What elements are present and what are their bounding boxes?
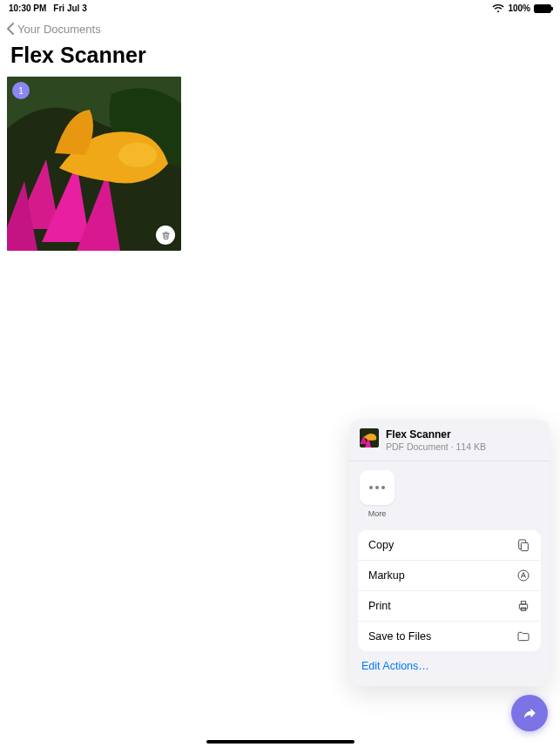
action-print[interactable]: Print <box>358 590 541 621</box>
share-doc-meta: PDF Document · 114 KB <box>386 441 486 452</box>
share-fab[interactable] <box>511 695 548 731</box>
share-icon <box>522 705 537 721</box>
markup-icon <box>516 569 530 582</box>
share-actions-list: Copy Markup Print Save to Files <box>358 530 541 651</box>
share-thumbnail <box>360 428 379 448</box>
copy-icon <box>516 538 530 552</box>
edit-actions-button[interactable]: Edit Actions… <box>349 651 550 686</box>
delete-button[interactable] <box>156 225 175 245</box>
action-markup[interactable]: Markup <box>358 560 541 590</box>
back-label: Your Documents <box>17 23 101 36</box>
action-copy[interactable]: Copy <box>358 530 541 560</box>
document-thumbnail[interactable]: 1 <box>7 77 181 251</box>
thumbnail-image <box>7 77 181 251</box>
battery-pct: 100% <box>508 3 530 13</box>
action-print-label: Print <box>368 600 391 612</box>
trash-icon <box>161 231 171 240</box>
svg-rect-3 <box>521 542 528 550</box>
more-apps-button[interactable] <box>360 470 395 505</box>
action-save-to-files[interactable]: Save to Files <box>358 621 541 651</box>
action-save-label: Save to Files <box>368 630 431 643</box>
svg-rect-5 <box>519 604 527 609</box>
print-icon <box>516 599 530 613</box>
status-date: Fri Jul 3 <box>53 3 86 13</box>
more-apps-label: More <box>360 509 395 518</box>
ellipsis-icon <box>369 486 385 489</box>
action-markup-label: Markup <box>368 569 405 582</box>
battery-icon <box>534 4 551 13</box>
chevron-left-icon <box>5 22 16 36</box>
back-button[interactable]: Your Documents <box>0 13 560 41</box>
share-doc-title: Flex Scanner <box>386 428 486 441</box>
page-title: Flex Scanner <box>0 41 560 77</box>
action-copy-label: Copy <box>368 539 394 551</box>
home-indicator[interactable] <box>206 740 354 744</box>
status-time: 10:30 PM <box>9 3 46 13</box>
share-sheet: Flex Scanner PDF Document · 114 KB More … <box>349 420 550 686</box>
page-count-badge: 1 <box>12 82 30 99</box>
svg-rect-6 <box>521 602 525 604</box>
share-sheet-header: Flex Scanner PDF Document · 114 KB <box>349 420 550 461</box>
folder-icon <box>516 629 530 643</box>
svg-point-1 <box>118 143 157 167</box>
wifi-icon <box>492 4 504 13</box>
status-bar: 10:30 PM Fri Jul 3 100% <box>0 0 560 13</box>
share-apps-row: More <box>349 461 550 523</box>
